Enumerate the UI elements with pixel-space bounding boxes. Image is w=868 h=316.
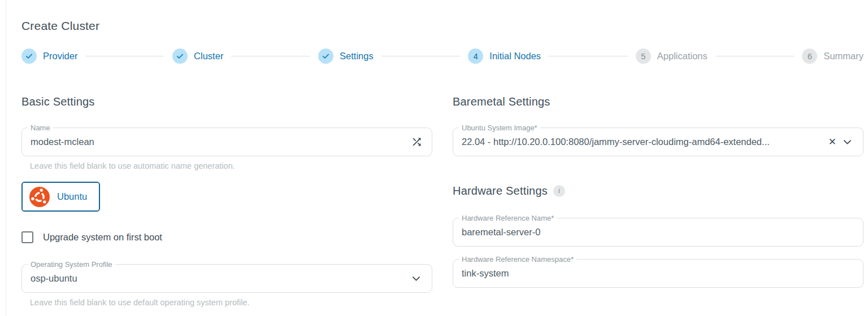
name-field: Name bbox=[21, 128, 432, 156]
page-title: Create Cluster bbox=[21, 19, 863, 33]
step-number: 6 bbox=[802, 49, 817, 64]
step-check-icon bbox=[21, 49, 37, 64]
baremetal-settings-heading: Baremetal Settings bbox=[453, 95, 863, 108]
step-connector bbox=[381, 56, 461, 56]
os-button-label: Ubuntu bbox=[57, 191, 87, 202]
hardware-settings-heading-text: Hardware Settings bbox=[453, 185, 548, 198]
step-label: Settings bbox=[340, 51, 374, 62]
name-input[interactable] bbox=[31, 137, 409, 147]
step-number: 5 bbox=[636, 49, 651, 64]
step-connector bbox=[549, 56, 628, 56]
step-settings[interactable]: Settings bbox=[318, 49, 374, 64]
hardware-settings-heading: Hardware Settings i bbox=[453, 185, 863, 198]
os-profile-select[interactable]: Operating System Profile osp-ubuntu bbox=[21, 264, 432, 293]
step-connector bbox=[85, 56, 164, 56]
hardware-reference-namespace-field: Hardware Reference Namespace* bbox=[453, 259, 863, 288]
ubuntu-system-image-value: 22.04 - http://10.20.0.100:8080/jammy-se… bbox=[462, 137, 826, 147]
chevron-down-icon[interactable] bbox=[839, 134, 856, 150]
basic-settings-heading: Basic Settings bbox=[21, 95, 432, 108]
step-connector bbox=[231, 56, 310, 56]
chevron-down-icon[interactable] bbox=[407, 271, 425, 286]
step-label: Initial Nodes bbox=[489, 51, 541, 62]
hardware-reference-namespace-input[interactable] bbox=[462, 268, 856, 279]
step-check-icon bbox=[318, 49, 333, 64]
stepper: Provider Cluster Settings 4 Initial Node… bbox=[21, 49, 863, 64]
upgrade-checkbox[interactable] bbox=[21, 231, 33, 243]
ubuntu-os-button[interactable]: Ubuntu bbox=[21, 182, 100, 212]
name-field-label: Name bbox=[28, 124, 53, 132]
step-label: Cluster bbox=[194, 51, 223, 62]
step-summary[interactable]: 6 Summary bbox=[802, 49, 863, 64]
shuffle-name-button[interactable] bbox=[409, 134, 425, 150]
upgrade-checkbox-label: Upgrade system on first boot bbox=[43, 232, 162, 243]
os-profile-label: Operating System Profile bbox=[28, 260, 115, 269]
hardware-reference-name-label: Hardware Reference Name* bbox=[459, 214, 557, 222]
baremetal-settings-section: Baremetal Settings Ubuntu System Image* … bbox=[453, 95, 863, 307]
step-label: Applications bbox=[657, 51, 708, 62]
ubuntu-logo-icon bbox=[29, 187, 50, 207]
step-number: 4 bbox=[468, 49, 483, 64]
ubuntu-system-image-label: Ubuntu System Image* bbox=[459, 124, 540, 132]
name-helper-text: Leave this field blank to use automatic … bbox=[30, 161, 432, 170]
step-check-icon bbox=[172, 49, 188, 64]
hardware-reference-namespace-label: Hardware Reference Namespace* bbox=[459, 255, 576, 264]
hardware-reference-name-input[interactable] bbox=[462, 227, 856, 238]
os-profile-helper-text: Leave this field blank to use default op… bbox=[30, 298, 432, 307]
upgrade-checkbox-row[interactable]: Upgrade system on first boot bbox=[21, 231, 162, 243]
step-provider[interactable]: Provider bbox=[21, 49, 77, 64]
clear-icon: ✕ bbox=[828, 137, 836, 147]
ubuntu-system-image-select[interactable]: Ubuntu System Image* 22.04 - http://10.2… bbox=[453, 128, 863, 156]
hardware-reference-name-field: Hardware Reference Name* bbox=[453, 218, 863, 247]
step-applications[interactable]: 5 Applications bbox=[636, 49, 708, 64]
step-label: Summary bbox=[823, 51, 863, 62]
basic-settings-section: Basic Settings Name Leave this field bla… bbox=[21, 95, 432, 307]
clear-selection-button[interactable]: ✕ bbox=[826, 135, 839, 149]
shuffle-icon bbox=[411, 136, 423, 148]
create-cluster-page: Create Cluster Provider Cluster Settings… bbox=[6, 0, 868, 316]
info-icon[interactable]: i bbox=[553, 185, 565, 197]
os-profile-value: osp-ubuntu bbox=[31, 273, 407, 284]
step-label: Provider bbox=[43, 51, 77, 62]
step-initial-nodes[interactable]: 4 Initial Nodes bbox=[468, 49, 541, 64]
step-cluster[interactable]: Cluster bbox=[172, 49, 223, 64]
step-connector bbox=[715, 56, 795, 56]
